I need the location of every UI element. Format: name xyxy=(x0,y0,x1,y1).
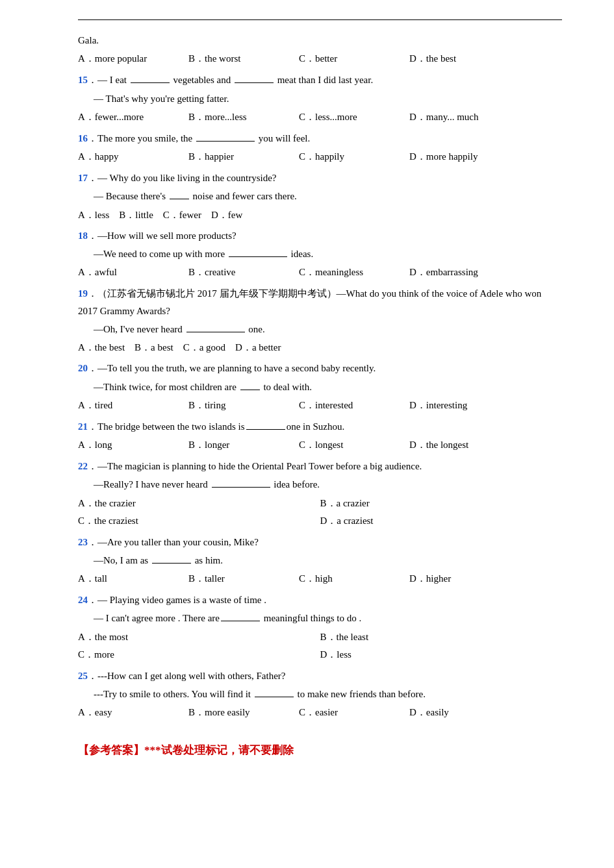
question-20: 20．—To tell you the truth, we are planni… xyxy=(78,360,562,414)
question-16: 16．The more you smile, the you will feel… xyxy=(78,130,562,166)
q23-number: 23 xyxy=(78,537,88,547)
q17-options-inline: A．less B．little C．fewer D．few xyxy=(78,206,562,223)
q24-number: 24 xyxy=(78,595,88,605)
answer-section: 【参考答案】***试卷处理标记，请不要删除 xyxy=(78,741,562,760)
question-17: 17．— Why do you like living in the count… xyxy=(78,169,562,223)
question-18: 18．—How will we sell more products? —We … xyxy=(78,227,562,282)
q20-blank xyxy=(240,390,260,390)
intro-options-row: A．more popular B．the worst C．better D．th… xyxy=(78,50,562,68)
q18-options: A．awful B．creative C．meaningless D．embar… xyxy=(78,264,562,281)
q15-option-a: A．fewer...more xyxy=(78,108,188,126)
q21-number: 21 xyxy=(78,421,88,432)
q24-option-b: B．the least xyxy=(320,628,563,646)
q20-text: ．—To tell you the truth, we are planning… xyxy=(88,363,376,373)
q22-option-b: B．a crazier xyxy=(320,495,563,512)
q21-blank xyxy=(246,429,285,430)
q15-blank1 xyxy=(131,82,170,83)
q21-option-c: C．longest xyxy=(299,436,409,454)
question-23: 23．—Are you taller than your cousin, Mik… xyxy=(78,534,562,588)
q18-followup: —We need to come up with more ideas. xyxy=(78,245,562,262)
q21-options: A．long B．longer C．longest D．the longest xyxy=(78,436,562,454)
q17-text: ．— Why do you like living in the country… xyxy=(88,173,277,183)
q20-option-a: A．tired xyxy=(78,397,188,414)
q24-options: A．the most B．the least C．more D．less xyxy=(78,628,562,663)
q15-option-b: B．more...less xyxy=(188,108,299,126)
q19-number: 19 xyxy=(78,288,88,299)
question-22: 22．—The magician is planning to hide the… xyxy=(78,458,562,530)
q18-option-d: D．embarrassing xyxy=(409,264,520,281)
answer-text: 【参考答案】***试卷处理标记，请不要删除 xyxy=(78,741,562,760)
q22-option-a: A．the crazier xyxy=(78,495,320,512)
q23-blank xyxy=(152,563,191,564)
q22-text: ．—The magician is planning to hide the O… xyxy=(88,461,422,471)
q16-blank xyxy=(196,141,255,142)
q16-options: A．happy B．happier C．happily D．more happi… xyxy=(78,148,562,166)
q25-option-d: D．easily xyxy=(409,704,520,721)
q18-blank xyxy=(229,256,287,257)
q16-option-c: C．happily xyxy=(299,148,409,166)
q20-option-b: B．tiring xyxy=(188,397,299,414)
option-b: B．the worst xyxy=(188,50,299,68)
q15-option-d: D．many... much xyxy=(409,108,520,126)
q17-blank xyxy=(170,199,189,199)
q22-option-d: D．a craziest xyxy=(320,512,563,530)
q20-option-d: D．interesting xyxy=(409,397,520,414)
q21-option-d: D．the longest xyxy=(409,436,520,454)
q21-option-a: A．long xyxy=(78,436,188,454)
q23-option-d: D．higher xyxy=(409,570,520,588)
q20-followup: —Think twice, for most children are to d… xyxy=(78,378,562,395)
question-15: 15．— I eat vegetables and meat than I di… xyxy=(78,71,562,126)
q15-text: ．— I eat vegetables and meat than I did … xyxy=(88,75,373,85)
q19-options-inline: A．the best B．a best C．a good D．a better xyxy=(78,339,562,356)
q25-text: ．---How can I get along well with others… xyxy=(88,671,286,681)
q20-option-c: C．interested xyxy=(299,397,409,414)
q18-text: ．—How will we sell more products? xyxy=(88,230,237,241)
q16-text: ．The more you smile, the you will feel. xyxy=(88,133,310,143)
q23-option-b: B．taller xyxy=(188,570,299,588)
q25-option-c: C．easier xyxy=(299,704,409,721)
question-24: 24．— Playing video games is a waste of t… xyxy=(78,591,562,663)
q24-text: ．— Playing video games is a waste of tim… xyxy=(88,595,266,605)
q23-text: ．—Are you taller than your cousin, Mike? xyxy=(88,537,259,547)
q21-option-b: B．longer xyxy=(188,436,299,454)
q22-options: A．the crazier B．a crazier C．the craziest… xyxy=(78,495,562,530)
q16-number: 16 xyxy=(78,133,88,143)
q22-blank xyxy=(212,487,270,488)
q21-text: ．The bridge between the two islands ison… xyxy=(88,421,344,432)
q23-option-c: C．high xyxy=(299,570,409,588)
q24-blank xyxy=(221,621,260,621)
q16-option-a: A．happy xyxy=(78,148,188,166)
q25-option-a: A．easy xyxy=(78,704,188,721)
q18-option-c: C．meaningless xyxy=(299,264,409,281)
q15-blank2 xyxy=(235,82,274,83)
question-21: 21．The bridge between the two islands is… xyxy=(78,418,562,454)
q25-options: A．easy B．more easily C．easier D．easily xyxy=(78,704,562,721)
q16-option-b: B．happier xyxy=(188,148,299,166)
q19-blank xyxy=(186,332,245,332)
q23-followup: —No, I am as as him. xyxy=(78,552,562,569)
q20-options: A．tired B．tiring C．interested D．interest… xyxy=(78,397,562,414)
q18-option-a: A．awful xyxy=(78,264,188,281)
top-divider xyxy=(78,19,562,20)
q22-option-c: C．the craziest xyxy=(78,512,320,530)
question-25: 25．---How can I get along well with othe… xyxy=(78,667,562,722)
q16-option-d: D．more happily xyxy=(409,148,520,166)
q25-blank xyxy=(255,697,294,697)
q15-number: 15 xyxy=(78,75,88,85)
q22-followup: —Really? I have never heard idea before. xyxy=(78,476,562,493)
q25-followup: ---Try to smile to others. You will find… xyxy=(78,686,562,702)
q17-followup: — Because there's noise and fewer cars t… xyxy=(78,188,562,205)
q15-option-c: C．less...more xyxy=(299,108,409,126)
q24-option-a: A．the most xyxy=(78,628,320,646)
q24-option-d: D．less xyxy=(320,646,563,663)
q20-number: 20 xyxy=(78,363,88,373)
q23-option-a: A．tall xyxy=(78,570,188,588)
q24-option-c: C．more xyxy=(78,646,320,663)
q23-options: A．tall B．taller C．high D．higher xyxy=(78,570,562,588)
q19-followup: —Oh, I've never heard one. xyxy=(78,321,562,338)
question-19: 19．（江苏省无锡市锡北片 2017 届九年级下学期期中考试）—What do … xyxy=(78,285,562,356)
intro-text: Gala. A．more popular B．the worst C．bette… xyxy=(78,32,562,68)
q25-option-b: B．more easily xyxy=(188,704,299,721)
q22-number: 22 xyxy=(78,461,88,471)
q18-option-b: B．creative xyxy=(188,264,299,281)
